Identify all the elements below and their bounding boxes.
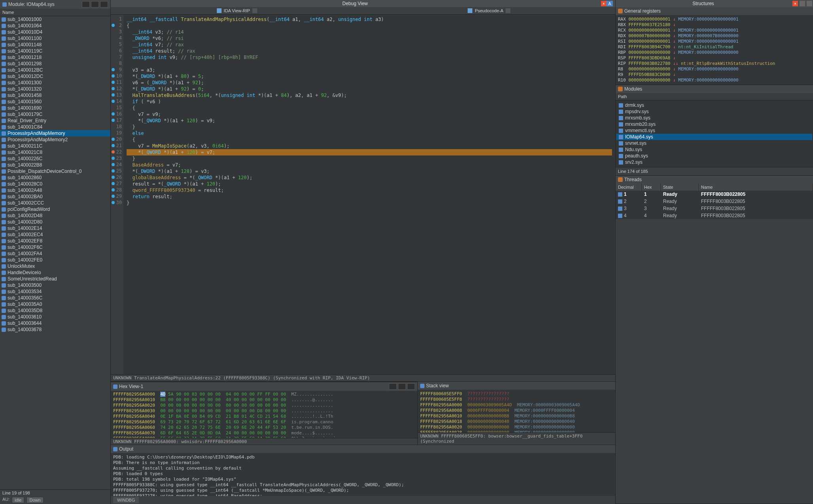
hex-tb-3[interactable] (407, 383, 415, 390)
function-item[interactable]: sub_140002F6C (0, 244, 110, 250)
function-item[interactable]: sub_140001000 (0, 16, 110, 23)
function-label: sub_140003610 (8, 314, 42, 320)
stack-view-body[interactable]: FFFFF800605E5FF0 ????????????????FFFFF80… (418, 390, 615, 432)
function-item[interactable]: sub_140003534 (0, 288, 110, 295)
threads-col-name[interactable]: Name (699, 184, 813, 191)
hex-tb-1[interactable] (389, 383, 397, 390)
module-item[interactable]: srv2.sys (616, 159, 812, 165)
function-item[interactable]: sub_14000356C (0, 295, 110, 301)
function-item[interactable]: sub_1400021C8 (0, 149, 110, 155)
function-item[interactable]: sub_140001148 (0, 42, 110, 48)
function-item[interactable]: sub_140002EF8 (0, 238, 110, 244)
threads-header-row[interactable]: Decimal Hex State Name (616, 184, 813, 191)
threads-body[interactable]: 11ReadyFFFFF8003B02280522ReadyFFFFF8003B… (616, 191, 813, 219)
function-item[interactable]: sub_140001298 (0, 61, 110, 67)
tab-ida-view-rip[interactable]: IDA View-RIP (111, 7, 363, 14)
name-column-header[interactable]: Name (0, 9, 110, 16)
structures-close-icon[interactable]: × (792, 1, 798, 6)
panel-btn-1[interactable] (82, 1, 90, 8)
output-body[interactable]: PDB: loading C:\Users\dzonerzy\Desktop\E… (111, 453, 615, 496)
hex-view-body[interactable]: FFFFF802956A0000 4D 5A 90 00 03 00 00 00… (111, 391, 417, 438)
module-item[interactable]: IOMap64.sys (616, 134, 812, 140)
function-item[interactable]: sub_140001300 (0, 80, 110, 86)
function-item[interactable]: sub_140002CCC (0, 200, 110, 206)
function-item[interactable]: sub_140001560 (0, 99, 110, 105)
tab-pseudocode-a[interactable]: Pseudocode-A (363, 7, 616, 14)
function-item[interactable]: sub_140002D80 (0, 219, 110, 225)
code-gutter[interactable]: 1234567891011121314151617181920212223242… (111, 15, 123, 374)
code-body[interactable]: __int64 __fastcall TranslateAndMapPhysic… (123, 15, 615, 374)
module-item[interactable]: drmk.sys (616, 102, 812, 108)
output-tab-windbg[interactable]: WINDBG (113, 497, 139, 503)
function-item[interactable]: sub_14000226C (0, 155, 110, 162)
code-editor[interactable]: 1234567891011121314151617181920212223242… (111, 15, 615, 374)
function-item[interactable]: sub_1400035D8 (0, 307, 110, 314)
function-item[interactable]: sub_140001100 (0, 35, 110, 42)
function-item[interactable]: sub_140001690 (0, 105, 110, 111)
function-item[interactable]: ProcessIrpAndMapMemory (0, 130, 110, 136)
function-item[interactable]: sub_140001458 (0, 92, 110, 99)
function-item[interactable]: sub_140002D48 (0, 212, 110, 219)
function-item[interactable]: sub_140002A48 (0, 187, 110, 193)
function-item[interactable]: pciConfigReadWord (0, 206, 110, 212)
function-list[interactable]: sub_140001000sub_140001064sub_1400010D4s… (0, 16, 110, 489)
function-item[interactable]: sub_1400010D4 (0, 29, 110, 35)
au-idle-box[interactable]: idle (12, 497, 24, 503)
hex-tb-2[interactable] (398, 383, 406, 390)
tab-pseudocode-close-icon[interactable] (506, 8, 510, 13)
function-item[interactable]: sub_1400012DC (0, 73, 110, 80)
function-item[interactable]: sub_14000179C (0, 111, 110, 117)
struct-glyph-icon[interactable]: A (606, 1, 613, 6)
debug-view-close-icon[interactable]: × (601, 1, 606, 6)
function-item[interactable]: SomeUnrestrictedRead (0, 276, 110, 282)
panel-btn-2[interactable] (91, 1, 99, 8)
function-item[interactable]: sub_140003678 (0, 326, 110, 333)
function-item[interactable]: sub_140002860 (0, 174, 110, 181)
function-item[interactable]: UnlockMutex (0, 263, 110, 269)
function-item[interactable]: sub_140003644 (0, 320, 110, 326)
modules-path-header[interactable]: Path (616, 93, 813, 100)
function-item[interactable]: sub_1400035A0 (0, 301, 110, 307)
function-item[interactable]: sub_140001064 (0, 23, 110, 29)
module-item[interactable]: srvnet.sys (616, 140, 812, 146)
function-item[interactable]: sub_1400012BC (0, 67, 110, 73)
thread-row[interactable]: 33ReadyFFFFF8003B022805 (616, 205, 813, 212)
function-item[interactable]: ProcessIrpAndMapMemory2 (0, 136, 110, 143)
function-item[interactable]: sub_140003500 (0, 282, 110, 288)
function-item[interactable]: sub_140002BA0 (0, 193, 110, 200)
thread-row[interactable]: 11ReadyFFFFF8003B022805 (616, 191, 813, 198)
modules-body[interactable]: drmk.sysmpsdrv.sysmrxsmb.sysmrxsmb20.sys… (616, 100, 813, 167)
function-item[interactable]: sub_140002FA4 (0, 250, 110, 257)
function-item[interactable]: sub_1400028C0 (0, 181, 110, 187)
function-item[interactable]: sub_140002E14 (0, 225, 110, 231)
module-item[interactable]: mrxsmb.sys (616, 115, 812, 121)
function-item[interactable]: HandleDeviceIo (0, 269, 110, 276)
function-item[interactable]: sub_140001320 (0, 86, 110, 92)
function-item[interactable]: sub_140003610 (0, 314, 110, 320)
threads-col-decimal[interactable]: Decimal (616, 184, 642, 191)
function-item[interactable]: sub_140002EC4 (0, 231, 110, 238)
module-item[interactable]: mpsdrv.sys (616, 108, 812, 115)
module-item[interactable]: vmmemctl.sys (616, 127, 812, 134)
thread-row[interactable]: 44ReadyFFFFF8003B022805 (616, 212, 813, 219)
panel-btn-3[interactable] (100, 1, 108, 8)
registers-body[interactable]: RAX 0000000000000001 ↓ MEMORY:0000000000… (616, 15, 813, 85)
module-item[interactable]: mrxsmb20.sys (616, 121, 812, 127)
structures-box-btn-2[interactable] (807, 1, 812, 6)
function-item[interactable]: Possible_DispatchDeviceControl_0 (0, 168, 110, 174)
tab-ida-close-icon[interactable] (252, 8, 257, 13)
module-item[interactable]: Ndu.sys (616, 146, 812, 153)
au-down-box[interactable]: Down (27, 497, 43, 503)
function-item[interactable]: sub_140002FE0 (0, 257, 110, 263)
function-item[interactable]: sub_14000119C (0, 48, 110, 54)
function-item[interactable]: sub_140001218 (0, 54, 110, 61)
structures-box-btn[interactable] (800, 1, 805, 6)
function-item[interactable]: sub_140001C84 (0, 124, 110, 130)
module-item[interactable]: peauth.sys (616, 153, 812, 159)
function-item[interactable]: Real_Driver_Entry (0, 117, 110, 124)
threads-col-state[interactable]: State (661, 184, 699, 191)
threads-col-hex[interactable]: Hex (642, 184, 661, 191)
function-item[interactable]: sub_1400022B8 (0, 162, 110, 168)
thread-row[interactable]: 22ReadyFFFFF8003B022805 (616, 198, 813, 205)
function-item[interactable]: sub_14000211C (0, 143, 110, 149)
